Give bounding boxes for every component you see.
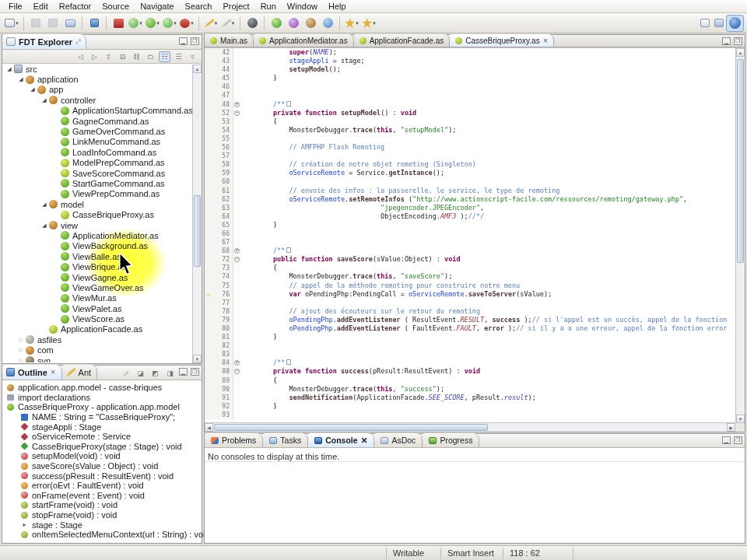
outline-item[interactable]: CasseBriqueProxy - application.app.model <box>2 402 202 412</box>
code-line[interactable]: 84+ /** <box>205 359 745 367</box>
menu-search[interactable]: Search <box>180 1 218 12</box>
tree-item[interactable]: ApplicationStartupCommand.as <box>2 106 202 116</box>
tab-tasks[interactable]: Tasks <box>263 433 308 447</box>
new-wizard-button[interactable] <box>4 16 19 31</box>
tool-brown-button[interactable] <box>303 16 318 31</box>
code-line[interactable]: 73 { <box>205 264 745 272</box>
tree-item[interactable]: ViewMur.as <box>2 293 202 303</box>
hide-static-icon[interactable]: ◩ <box>149 368 161 379</box>
tree-item[interactable]: ◢controller <box>2 95 202 105</box>
view-menu-icon[interactable]: ▿ <box>187 51 198 62</box>
tab-problems[interactable]: Problems <box>205 433 263 447</box>
outline-item[interactable]: ▸stage : Stage <box>2 520 202 530</box>
tree-item[interactable]: ViewPrepCommand.as <box>2 189 202 199</box>
outline-item[interactable]: error(oEvt : FaultEvent) : void <box>2 481 202 491</box>
favorites-button[interactable] <box>361 16 377 31</box>
code-line[interactable]: 68+ /** <box>205 247 745 255</box>
code-line[interactable]: 64 ObjectEncoding.AMF3 );//*/ <box>205 212 745 221</box>
minimize-icon[interactable]: ▁ <box>722 436 731 444</box>
code-line[interactable]: 58 // création de notre objet remoting (… <box>205 160 745 169</box>
expanded-arrow-icon[interactable]: ◢ <box>40 201 48 208</box>
menu-source[interactable]: Source <box>96 1 135 12</box>
collapse-all-icon[interactable]: ⊟ <box>117 51 128 62</box>
outline-item[interactable]: import declarations <box>2 393 202 403</box>
menu-run[interactable]: Run <box>255 1 282 12</box>
menu-project[interactable]: Project <box>217 1 254 12</box>
tree-item[interactable]: ▷svn <box>2 355 202 362</box>
profile-button[interactable] <box>179 16 195 31</box>
minimize-icon[interactable]: ▁ <box>722 37 731 45</box>
fold-collapsed-icon[interactable]: + <box>234 102 240 107</box>
code-line[interactable]: 91 sendNotification(ApplicationFacade.SE… <box>205 394 745 402</box>
code-line[interactable]: 90 MonsterDebugger.trace(this, "success"… <box>205 385 745 394</box>
close-icon[interactable]: ✕ <box>543 37 549 44</box>
collapsed-arrow-icon[interactable]: ▷ <box>17 337 25 343</box>
code-line[interactable]: 82 <box>205 341 745 350</box>
code-line[interactable]: 59 oServiceRemote = Service.getInstance(… <box>205 169 745 177</box>
editor-hscrollbar[interactable]: ◀ ▶ <box>205 422 735 432</box>
tree-item[interactable]: ApplicationMediator.as <box>2 230 202 240</box>
code-line[interactable]: 67 <box>205 238 745 247</box>
maximize-icon[interactable]: ❐ <box>734 37 742 45</box>
code-line[interactable]: 57 <box>205 152 745 160</box>
tree-item[interactable]: SaveScoreCommand.as <box>2 168 202 178</box>
code-line[interactable]: 61 // envoie des infos : la passerelle, … <box>205 187 745 195</box>
explorer-tab[interactable]: FDT Explorer ⤢ <box>2 34 86 49</box>
collapsed-arrow-icon[interactable]: ▷ <box>17 358 25 362</box>
menu-refactor[interactable]: Refactor <box>54 1 97 12</box>
tree-item[interactable]: ViewGameOver.as <box>2 282 202 292</box>
outline-item[interactable]: saveScore(sValue : Object) : void <box>2 461 202 471</box>
maximize-icon[interactable]: ❐ <box>191 368 199 376</box>
code-editor[interactable]: 42 super(NAME);43 stageAppli = stage;44 … <box>205 47 745 422</box>
code-line[interactable]: 74 MonsterDebugger.trace(this, "saveScor… <box>205 272 745 281</box>
tree-item[interactable]: ◢application <box>2 74 202 84</box>
editor-tab-main-as[interactable]: Main.as <box>205 34 254 47</box>
editor-tab-cassebriqueproxy-as[interactable]: CasseBriqueProxy.as✕ <box>450 34 554 47</box>
close-icon[interactable]: ✕ <box>51 369 56 376</box>
tree-item[interactable]: ▷asfiles <box>2 334 202 345</box>
expanded-arrow-icon[interactable]: ◢ <box>5 66 13 72</box>
tree-item[interactable]: ▷com <box>2 345 202 355</box>
outline-item[interactable]: startFrame(void) : void <box>2 500 202 510</box>
code-line[interactable]: 80 oPendingPhp.addEventListener ( FaultE… <box>205 324 745 333</box>
build-button[interactable] <box>86 16 102 31</box>
bookmark-button[interactable] <box>344 16 359 31</box>
code-line[interactable]: 56 // AMFPHP Flash Remoting <box>205 143 745 152</box>
tree-item[interactable]: GagneCommand.as <box>2 116 202 126</box>
menu-window[interactable]: Window <box>282 1 323 12</box>
up-icon[interactable]: ⇧ <box>103 51 114 62</box>
code-line[interactable]: 88− private function success(pResult:Res… <box>205 367 745 376</box>
perspective-fdt-button[interactable] <box>712 15 726 32</box>
hierarchical-layout-icon[interactable]: ☷ <box>159 51 170 62</box>
code-line[interactable]: 81 } <box>205 333 745 341</box>
tree-item[interactable]: ModelPrepCommand.as <box>2 158 202 168</box>
outline-item[interactable]: application.app.model - casse-briques <box>2 383 202 393</box>
code-line[interactable]: 79 oPendingPhp.addEventListener ( Result… <box>205 316 745 324</box>
code-line[interactable]: 65 } <box>205 221 745 229</box>
tree-item[interactable]: LoadInfoCommand.as <box>2 147 202 157</box>
mark-occurrences-button[interactable] <box>203 16 219 31</box>
expanded-arrow-icon[interactable]: ◢ <box>29 86 37 93</box>
tool-purple-button[interactable] <box>286 16 301 31</box>
outline-item[interactable]: oServiceRemote : Service <box>2 432 202 442</box>
tree-item[interactable]: ◢view <box>2 220 202 230</box>
expanded-arrow-icon[interactable]: ◢ <box>40 222 48 229</box>
menu-file[interactable]: File <box>3 1 28 12</box>
back-icon[interactable]: ◁ <box>75 51 86 62</box>
code-line[interactable]: 77 <box>205 299 745 307</box>
code-line[interactable]: 53 { <box>205 117 745 126</box>
fold-expanded-icon[interactable]: − <box>234 110 240 116</box>
close-icon[interactable]: ✕ <box>361 436 368 445</box>
code-line[interactable]: 42 super(NAME); <box>205 48 745 57</box>
fold-collapsed-icon[interactable]: + <box>234 248 240 254</box>
tab-progress[interactable]: Progress <box>423 433 479 447</box>
print-button[interactable] <box>62 16 78 31</box>
tree-item[interactable]: CasseBriqueProxy.as <box>2 209 202 219</box>
tree-item[interactable]: ViewGagne.as <box>2 272 202 282</box>
tool-blue-button[interactable] <box>320 16 335 31</box>
outline-item[interactable]: stopFrame(void) : void <box>2 510 202 520</box>
tree-item[interactable]: ViewBalle.as <box>2 251 202 261</box>
tree-item[interactable]: StartGameCommand.as <box>2 178 202 188</box>
editor-tab-applicationmediator-as[interactable]: ApplicationMediator.as <box>254 34 354 47</box>
fold-expanded-icon[interactable]: − <box>234 369 240 374</box>
